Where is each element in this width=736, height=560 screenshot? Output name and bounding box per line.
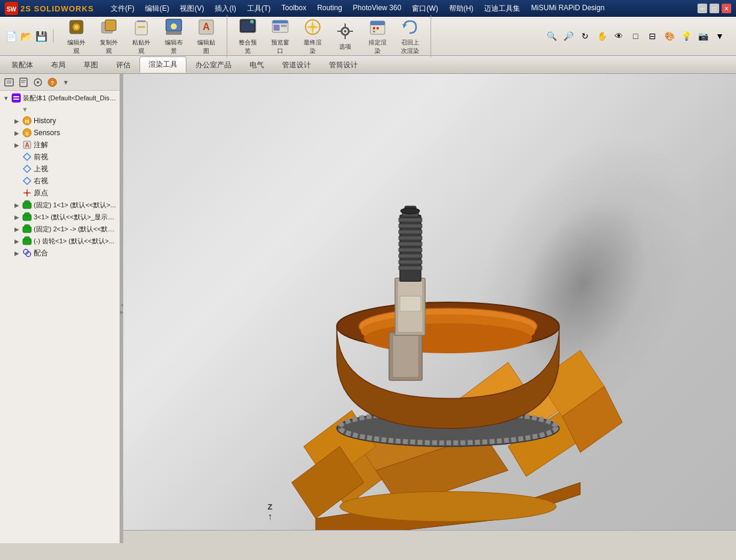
part2-icon	[22, 224, 32, 234]
svg-rect-91	[393, 335, 419, 377]
edit-decal-button[interactable]: A 编辑贴 图	[191, 15, 222, 58]
view-icon[interactable]: 👁	[612, 29, 625, 43]
main-toolbar: 📄 📂 💾 编辑外 观 复制外 观 粘贴外 观 编辑布 景	[0, 17, 736, 56]
open-button[interactable]: 📂	[20, 29, 33, 43]
screenshot-icon[interactable]: 📷	[696, 29, 710, 43]
filter-row[interactable]: ▼	[0, 104, 120, 115]
render-toolbar-group1: 编辑外 观 复制外 观 粘贴外 观 编辑布 景 A 编辑贴 图	[61, 15, 227, 58]
lighting-icon[interactable]: 💡	[679, 29, 693, 43]
recall-render-label: 召回上 次渲染	[401, 38, 419, 55]
menu-toolbox[interactable]: Toolbox	[277, 2, 311, 15]
menu-view[interactable]: 视图(V)	[175, 2, 209, 15]
preview-window-icon	[271, 17, 290, 37]
tree-history[interactable]: ▶ H History	[0, 115, 120, 127]
tree-sensors[interactable]: ▶ S Sensors	[0, 127, 120, 139]
feature-tree: ▼ 装配体1 (Default<Default_Disp... ▼ ▶ H Hi…	[0, 91, 120, 543]
menu-insert[interactable]: 插入(I)	[210, 2, 241, 15]
rotate-icon[interactable]: ↻	[578, 29, 592, 43]
svg-rect-94	[400, 296, 421, 311]
zoom-in-icon[interactable]: 🔍	[545, 29, 558, 43]
svg-rect-20	[274, 25, 280, 31]
zoom-out-icon[interactable]: 🔎	[562, 29, 575, 43]
menu-misumi[interactable]: MiSUMi RAPiD Design	[526, 2, 609, 15]
feature-tree-sidebar: ? ▼ ▼ 装配体1 (Default<Default_Disp... ▼ ▶	[0, 74, 120, 543]
tree-part2[interactable]: ▶ (固定) 2<1> -> (默认<<默认...	[0, 223, 120, 235]
svg-rect-61	[25, 201, 29, 204]
svg-point-107	[400, 208, 420, 214]
history-label: History	[34, 117, 56, 125]
color-wheel-icon[interactable]: 🎨	[663, 29, 676, 43]
tree-root-assembly[interactable]: ▼ 装配体1 (Default<Default_Disp...	[0, 92, 120, 104]
feature-manager-tab[interactable]	[2, 76, 16, 89]
display-icon[interactable]: □	[629, 29, 642, 43]
minimize-button[interactable]: ─	[698, 4, 707, 13]
menu-help[interactable]: 帮助(H)	[444, 2, 479, 15]
paste-appearance-icon	[132, 17, 151, 37]
edit-appearance-icon	[67, 17, 86, 37]
final-render-button[interactable]: 最终渲 染	[297, 15, 328, 58]
mates-label: 配合	[34, 248, 48, 258]
edit-appearance-button[interactable]: 编辑外 观	[61, 15, 92, 58]
svg-point-59	[26, 192, 28, 194]
integrated-preview-button[interactable]: 整合预 览	[232, 15, 263, 58]
tab-piping[interactable]: 管道设计	[273, 57, 320, 73]
new-button[interactable]: 📄	[5, 29, 18, 43]
tree-origin[interactable]: 原点	[0, 187, 120, 199]
tree-gear[interactable]: ▶ (-) 齿轮<1> (默认<<默认>...	[0, 235, 120, 247]
save-button[interactable]: 💾	[35, 29, 48, 43]
tab-assembly[interactable]: 装配体	[2, 57, 42, 73]
more-icon[interactable]: ▼	[713, 29, 726, 43]
tab-tubing[interactable]: 管筒设计	[320, 57, 367, 73]
part3-icon	[22, 212, 32, 222]
schedule-render-button[interactable]: 排定渲 染	[362, 15, 393, 58]
recall-render-button[interactable]: 召回上 次渲染	[394, 15, 426, 58]
menu-tools[interactable]: 工具(T)	[242, 2, 275, 15]
paste-appearance-button[interactable]: 粘贴外 观	[126, 15, 157, 58]
tab-sketch[interactable]: 草图	[75, 57, 107, 73]
history-expand-icon: ▶	[12, 116, 22, 126]
right-toolbar: 🔍 🔎 ↻ ✋ 👁 □ ⊟ 🎨 💡 📷 ▼	[545, 29, 731, 43]
tree-mates[interactable]: ▶ 配合	[0, 247, 120, 259]
pan-icon[interactable]: ✋	[595, 29, 609, 43]
top-plane-label: 上视	[34, 164, 48, 174]
tab-evaluate[interactable]: 评估	[107, 57, 140, 73]
property-manager-tab[interactable]	[17, 76, 30, 89]
solidworks-logo-icon: SW	[5, 2, 18, 15]
options-button[interactable]: 选项	[330, 19, 361, 53]
menu-file[interactable]: 文件(F)	[106, 2, 139, 15]
svg-point-11	[171, 23, 177, 29]
config-manager-tab[interactable]	[31, 76, 44, 89]
options-label: 选项	[339, 43, 351, 51]
3d-viewport[interactable]: Z ↑	[123, 74, 736, 543]
maximize-button[interactable]: □	[710, 4, 719, 13]
root-assembly-label: 装配体1 (Default<Default_Disp...	[23, 94, 117, 103]
tree-right-plane[interactable]: 右视	[0, 175, 120, 187]
dim-expert-tab[interactable]: ?	[46, 76, 59, 89]
menu-bar: 文件(F) 编辑(E) 视图(V) 插入(I) 工具(T) Toolbox Ro…	[106, 2, 609, 15]
tab-office[interactable]: 办公室产品	[186, 57, 241, 73]
section-icon[interactable]: ⊟	[646, 29, 659, 43]
preview-window-button[interactable]: 预览窗 口	[265, 15, 296, 58]
tab-layout[interactable]: 布局	[42, 57, 75, 73]
tree-part1[interactable]: ▶ (固定) 1<1> (默认<<默认>...	[0, 199, 120, 211]
tree-annotations[interactable]: ▶ A 注解	[0, 139, 120, 151]
copy-appearance-button[interactable]: 复制外 观	[93, 15, 124, 58]
menu-maidi[interactable]: 迈迪工具集	[479, 2, 525, 15]
menu-photoview[interactable]: PhotoView 360	[348, 2, 406, 15]
schedule-render-label: 排定渲 染	[369, 38, 387, 55]
svg-rect-31	[373, 27, 375, 29]
tree-part3[interactable]: ▶ 3<1> (默认<<默认>_显示状...	[0, 211, 120, 223]
menu-routing[interactable]: Routing	[312, 2, 346, 15]
svg-rect-33	[373, 31, 375, 32]
menu-window[interactable]: 窗口(W)	[407, 2, 443, 15]
part2-label: (固定) 2<1> -> (默认<<默认...	[34, 225, 117, 234]
mates-expand-icon: ▶	[12, 248, 22, 258]
edit-scene-button[interactable]: 编辑布 景	[158, 15, 189, 58]
tab-render[interactable]: 渲染工具	[140, 56, 186, 73]
tree-front-plane[interactable]: 前视	[0, 151, 120, 163]
close-button[interactable]: ✕	[722, 4, 731, 13]
menu-edit[interactable]: 编辑(E)	[140, 2, 174, 15]
svg-marker-54	[23, 153, 31, 160]
tree-top-plane[interactable]: 上视	[0, 163, 120, 175]
tab-electrical[interactable]: 电气	[241, 57, 273, 73]
